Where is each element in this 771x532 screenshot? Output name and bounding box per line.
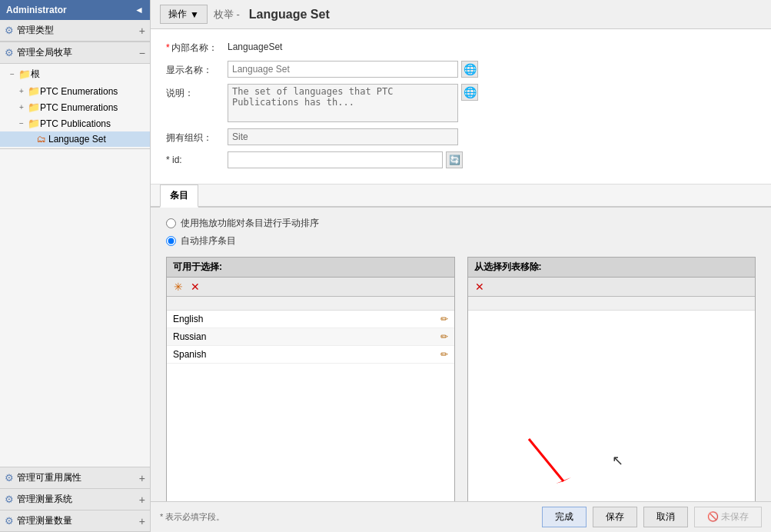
root-folder-icon: 📁 — [18, 68, 31, 80]
sidebar: Administrator ◄ ⚙ 管理类型 + ⚙ 管理全局牧草 − − 📁 … — [0, 0, 151, 532]
left-toolbar-remove-btn[interactable]: ✕ — [188, 280, 202, 294]
right-panel-header: 从选择列表移除: — [468, 258, 756, 278]
form-row-owner-org: 拥有组织： — [166, 128, 756, 145]
display-name-input[interactable] — [228, 61, 458, 78]
tabs-bar: 条目 — [151, 185, 771, 208]
list-item-name: Spanish — [173, 349, 440, 360]
sidebar-item-manage-reusable[interactable]: ⚙ 管理可重用属性 + — [0, 467, 150, 489]
save-button[interactable]: 保存 — [593, 507, 637, 527]
tree-item-ptc-publications[interactable]: − 📁 PTC Publications — [0, 115, 150, 131]
ptc-enum2-expand-btn[interactable]: + — [17, 103, 26, 112]
required-note: * 表示必填字段。 — [160, 511, 224, 523]
id-icon-btn[interactable]: 🔄 — [446, 151, 463, 168]
right-panel-toolbar: ✕ — [468, 278, 756, 297]
owner-org-label: 拥有组织： — [166, 128, 228, 145]
manage-measure-data-expand-icon: + — [139, 515, 145, 527]
display-name-globe-icon: 🌐 — [464, 63, 477, 75]
display-name-label: 显示名称： — [166, 61, 228, 77]
right-panel-body — [468, 311, 756, 501]
manage-measure-expand-icon: + — [139, 494, 145, 506]
toolbar-title: Language Set — [249, 8, 330, 22]
description-field-group: The set of languages that PTC Publicatio… — [228, 84, 756, 122]
root-label: 根 — [31, 68, 40, 81]
list-item[interactable]: English ✏ — [167, 311, 454, 328]
radio-manual[interactable] — [166, 218, 176, 228]
id-btn-icon: 🔄 — [449, 155, 460, 165]
toolbar: 操作 ▼ 枚举 - Language Set — [151, 0, 771, 29]
ptc-enum1-label: PTC Enumerations — [40, 86, 118, 97]
ptc-pub-label: PTC Publications — [40, 118, 111, 129]
sidebar-item-manage-measure-data[interactable]: ⚙ 管理测量数量 + — [0, 510, 150, 532]
form-row-internal-name: 内部名称： LanguageSet — [166, 38, 756, 55]
left-panel-header: 可用于选择: — [167, 258, 454, 278]
left-toolbar-star-btn[interactable]: ✳ — [171, 280, 185, 294]
sidebar-header: Administrator ◄ — [0, 0, 150, 20]
form-area: 内部名称： LanguageSet 显示名称： 🌐 说明： The set of… — [151, 29, 771, 185]
toolbar-separator: 枚举 - — [214, 8, 240, 22]
manage-measure-data-label: 管理测量数量 — [17, 514, 72, 527]
right-panel-subheader — [468, 297, 756, 311]
manage-measure-label: 管理测量系统 — [17, 493, 72, 506]
display-name-field-group: 🌐 — [228, 61, 756, 78]
ptc-enum1-folder-icon: 📁 — [28, 85, 40, 97]
left-list-panel: 可用于选择: ✳ ✕ English ✏ Russian ✏ — [166, 257, 455, 501]
radio-auto[interactable] — [166, 236, 176, 246]
ptc-enum2-folder-icon: 📁 — [28, 101, 40, 113]
left-panel-body: English ✏ Russian ✏ Spanish ✏ — [167, 311, 454, 501]
list-item[interactable]: Spanish ✏ — [167, 346, 454, 364]
radio-auto-label: 自动排序条目 — [181, 234, 236, 248]
root-expand-btn[interactable]: − — [8, 70, 17, 79]
cancel-button[interactable]: 取消 — [643, 507, 688, 527]
sidebar-title: Administrator — [6, 5, 67, 15]
list-item-edit-icon[interactable]: ✏ — [440, 331, 448, 342]
ptc-pub-expand-btn[interactable]: − — [17, 119, 26, 128]
list-item-edit-icon[interactable]: ✏ — [440, 314, 448, 324]
form-row-description: 说明： The set of languages that PTC Public… — [166, 84, 756, 122]
sidebar-section-manage-types-header[interactable]: ⚙ 管理类型 + — [0, 20, 150, 42]
manage-reusable-icon: ⚙ — [5, 472, 14, 484]
radio-manual-row: 使用拖放功能对条目进行手动排序 — [166, 217, 756, 230]
list-item-name: Russian — [173, 331, 440, 342]
form-row-id: * id: 🔄 — [166, 151, 756, 168]
tree-item-ptc-enumerations-1[interactable]: + 📁 PTC Enumerations — [0, 83, 150, 99]
list-item-edit-icon[interactable]: ✏ — [440, 349, 448, 360]
description-icon-btn[interactable]: 🌐 — [461, 84, 478, 101]
radio-manual-label: 使用拖放功能对条目进行手动排序 — [181, 217, 319, 230]
no-save-button: 🚫 未保存 — [694, 507, 762, 527]
id-field-group: 🔄 — [228, 151, 756, 168]
langset-icon: 🗂 — [37, 134, 46, 145]
sidebar-item-manage-measure[interactable]: ⚙ 管理测量系统 + — [0, 489, 150, 510]
sidebar-bottom-section: ⚙ 管理可重用属性 + ⚙ 管理测量系统 + ⚙ 管理测量数量 + — [0, 467, 150, 532]
id-input[interactable] — [228, 151, 443, 168]
display-name-icon-btn[interactable]: 🌐 — [461, 61, 478, 78]
manage-measure-data-icon: ⚙ — [5, 515, 14, 527]
internal-name-label: 内部名称： — [166, 38, 228, 55]
action-label: 操作 — [168, 8, 187, 21]
radio-auto-row: 自动排序条目 — [166, 234, 756, 248]
right-toolbar-remove-btn[interactable]: ✕ — [473, 280, 487, 294]
langset-label: Language Set — [48, 134, 106, 145]
action-button[interactable]: 操作 ▼ — [160, 5, 208, 24]
list-item[interactable]: Russian ✏ — [167, 328, 454, 346]
sidebar-collapse-icon[interactable]: ◄ — [135, 5, 144, 15]
bottom-bar: * 表示必填字段。 完成 保存 取消 🚫 未保存 — [151, 501, 771, 532]
tab-items[interactable]: 条目 — [160, 185, 198, 208]
manage-types-icon: ⚙ — [5, 25, 14, 36]
owner-org-input[interactable] — [228, 128, 458, 145]
description-textarea[interactable]: The set of languages that PTC Publicatio… — [228, 84, 458, 122]
tree-item-ptc-enumerations-2[interactable]: + 📁 PTC Enumerations — [0, 99, 150, 115]
manage-measure-icon: ⚙ — [5, 494, 14, 505]
ptc-enum2-label: PTC Enumerations — [40, 102, 118, 113]
internal-name-value: LanguageSet — [228, 38, 282, 52]
done-button[interactable]: 完成 — [542, 507, 587, 527]
ptc-enum1-expand-btn[interactable]: + — [17, 87, 26, 96]
tree-item-language-set[interactable]: + 🗂 Language Set — [0, 131, 150, 147]
description-label: 说明： — [166, 84, 228, 100]
left-panel-subheader — [167, 297, 454, 311]
description-globe-icon: 🌐 — [464, 86, 477, 98]
manage-types-expand-icon: + — [139, 25, 145, 37]
tree-root[interactable]: − 📁 根 — [0, 65, 150, 83]
sidebar-section-manage-global-header[interactable]: ⚙ 管理全局牧草 − — [0, 42, 150, 64]
form-row-display-name: 显示名称： 🌐 — [166, 61, 756, 78]
manage-global-label: 管理全局牧草 — [17, 46, 72, 59]
